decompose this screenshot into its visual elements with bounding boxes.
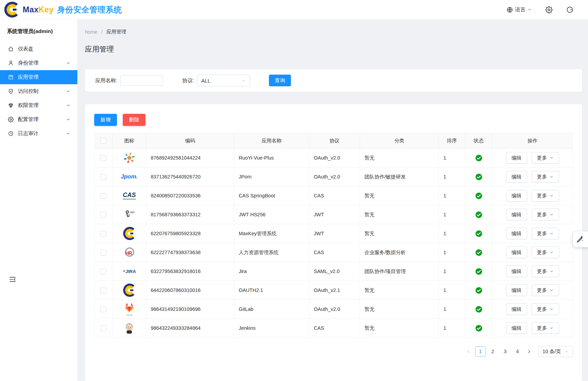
breadcrumb-separator: / — [101, 29, 102, 35]
globe-icon — [507, 7, 513, 13]
app-code: 986431492190109696 — [146, 300, 234, 319]
app-name: RuoYi-Vue-Plus — [234, 149, 309, 167]
app-protocol: CAS — [309, 243, 360, 262]
language-menu[interactable]: 语言 — [507, 7, 532, 13]
sidebar-menu: 仪表盘 身份管理 应用管理 访问控制 权限管理 配置管理 日志审计 — [0, 42, 77, 141]
delete-button[interactable]: 删除 — [123, 114, 145, 126]
page-button-3[interactable]: 3 — [500, 346, 510, 357]
edit-button[interactable]: 编辑 — [506, 322, 527, 334]
jwt-icon: JWT — [122, 208, 136, 221]
app-code: 837136275440926720 — [146, 167, 234, 186]
next-page-button[interactable] — [525, 346, 534, 357]
table-row: Jpom. 837136275440926720 JPom OAuth_v2.0… — [95, 167, 573, 186]
edit-button[interactable]: 编辑 — [506, 303, 527, 315]
page-size-select[interactable]: 10 条/页 — [538, 346, 573, 357]
row-checkbox[interactable] — [100, 325, 106, 331]
row-checkbox[interactable] — [100, 174, 106, 180]
prev-page-button[interactable] — [464, 346, 473, 357]
filter-bar: 应用名称: 协议: ALL 查询 — [85, 69, 582, 92]
app-category: 暂无 — [360, 281, 439, 300]
edit-button[interactable]: 编辑 — [506, 284, 527, 296]
chevron-down-icon — [66, 61, 70, 65]
row-checkbox[interactable] — [100, 250, 106, 255]
sidebar-item-access[interactable]: 访问控制 — [0, 84, 77, 98]
protocol-select[interactable]: ALL — [197, 75, 250, 86]
row-checkbox[interactable] — [100, 212, 106, 218]
app-category: 暂无 — [360, 186, 439, 205]
page-button-2[interactable]: 2 — [488, 346, 498, 357]
table-row: HR 622227747938373638 人力资源管理系统 CAS 企业服务/… — [95, 243, 573, 262]
app-name: Jira — [234, 262, 309, 281]
more-button[interactable]: 更多 — [532, 284, 559, 296]
more-button[interactable]: 更多 — [532, 152, 559, 164]
sidebar: 系统管理员(admin) 仪表盘 身份管理 应用管理 访问控制 权限管理 配置管… — [0, 20, 77, 381]
settings-gear-icon[interactable] — [545, 6, 553, 13]
status-enabled-icon — [475, 154, 482, 162]
more-button[interactable]: 更多 — [532, 190, 559, 202]
chevron-down-icon — [564, 349, 569, 354]
app-sort: 1 — [439, 167, 465, 186]
app-category: 暂无 — [360, 224, 439, 243]
more-button[interactable]: 更多 — [532, 171, 559, 183]
status-enabled-icon — [475, 230, 482, 237]
more-button[interactable]: 更多 — [532, 247, 559, 258]
app-protocol: OAuth_v2.1 — [309, 281, 360, 300]
breadcrumb: home / 应用管理 — [85, 29, 582, 35]
add-button[interactable]: 新增 — [94, 114, 117, 126]
edit-button[interactable]: 编辑 — [506, 190, 527, 202]
app-sort: 1 — [439, 186, 465, 205]
search-button[interactable]: 查询 — [269, 75, 291, 86]
row-checkbox[interactable] — [100, 193, 106, 199]
row-checkbox[interactable] — [100, 155, 106, 161]
floating-tools-button[interactable] — [573, 231, 588, 247]
more-button[interactable]: 更多 — [532, 228, 559, 239]
edit-button[interactable]: 编辑 — [506, 228, 527, 239]
sidebar-item-audit[interactable]: 日志审计 — [0, 127, 77, 141]
edit-button[interactable]: 编辑 — [506, 265, 527, 277]
logout-icon[interactable] — [566, 6, 574, 13]
edit-button[interactable]: 编辑 — [506, 209, 527, 220]
app-category: 企业服务/数据分析 — [360, 243, 439, 262]
chevron-down-icon — [549, 307, 554, 311]
chevron-down-icon — [549, 175, 554, 179]
page-button-4[interactable]: 4 — [512, 346, 523, 357]
pagination: 1234 10 条/页 — [94, 346, 573, 357]
sidebar-item-config[interactable]: 配置管理 — [0, 112, 77, 127]
sidebar-item-apps[interactable]: 应用管理 — [0, 70, 77, 84]
app-code: 817568793663373312 — [146, 205, 234, 224]
more-button[interactable]: 更多 — [532, 209, 559, 220]
shield-check-icon — [8, 88, 14, 94]
column-header-status: 状态 — [465, 133, 492, 149]
jpom-icon: Jpom. — [122, 170, 136, 184]
sidebar-item-permission[interactable]: 权限管理 — [0, 98, 77, 112]
app-name: MaxKey管理系统 — [234, 224, 309, 243]
sidebar-item-dashboard[interactable]: 仪表盘 — [0, 42, 77, 56]
home-icon — [8, 46, 14, 52]
sidebar-item-identity[interactable]: 身份管理 — [0, 56, 77, 70]
row-checkbox[interactable] — [100, 306, 106, 312]
breadcrumb-home[interactable]: home — [85, 29, 97, 35]
row-checkbox[interactable] — [100, 287, 106, 293]
more-button[interactable]: 更多 — [532, 303, 559, 315]
edit-button[interactable]: 编辑 — [506, 171, 527, 183]
app-name-input[interactable] — [120, 75, 163, 86]
page-button-1[interactable]: 1 — [475, 346, 486, 357]
row-checkbox[interactable] — [100, 231, 106, 237]
status-enabled-icon — [475, 325, 482, 332]
select-all-checkbox[interactable] — [100, 138, 106, 144]
more-button[interactable]: 更多 — [532, 322, 559, 334]
edit-button[interactable]: 编辑 — [506, 247, 527, 258]
table-card: 新增 删除 图标 编码 应用名称 — [85, 104, 582, 381]
app-sort: 1 — [439, 262, 465, 281]
row-checkbox[interactable] — [100, 269, 106, 274]
app-protocol: JWT — [309, 205, 360, 224]
more-button[interactable]: 更多 — [532, 265, 559, 277]
edit-button[interactable]: 编辑 — [506, 152, 527, 164]
app-name: 人力资源管理系统 — [234, 243, 309, 262]
status-enabled-icon — [475, 268, 482, 275]
app-sort: 1 — [439, 205, 465, 224]
table-row: 876892492581044224 RuoYi-Vue-Plus OAuth_… — [95, 149, 573, 167]
sidebar-collapse-icon[interactable] — [9, 276, 16, 283]
table-row: 644220607860310016 OAUTH2.1 OAuth_v2.1 暂… — [95, 281, 573, 300]
app-code: 876892492581044224 — [146, 149, 234, 167]
